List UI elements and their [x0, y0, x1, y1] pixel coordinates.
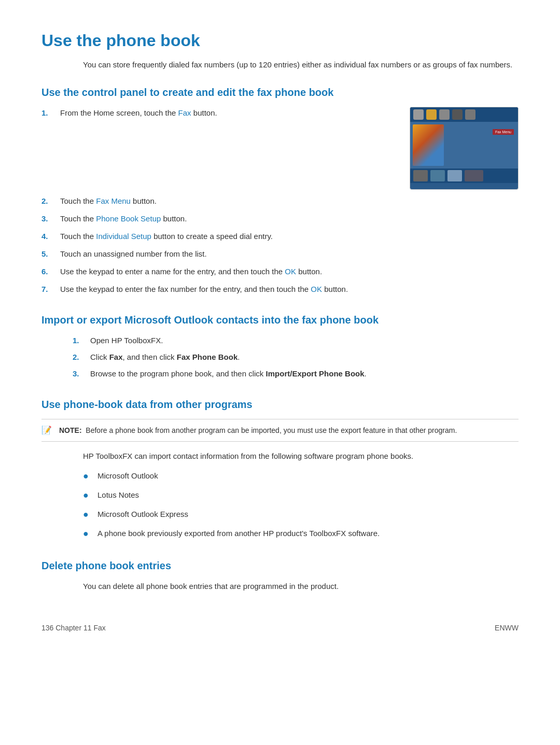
import-step-2-number: 2. — [73, 351, 87, 363]
other-programs-intro: HP ToolboxFX can import contact informat… — [83, 450, 519, 462]
software-list: ● Microsoft Outlook ● Lotus Notes ● Micr… — [83, 470, 519, 541]
step-4-content: Touch the Individual Setup button to cre… — [60, 230, 519, 243]
fax-menu-link: Fax Menu — [96, 196, 131, 205]
footer-chapter: 136 Chapter 11 Fax — [41, 624, 106, 632]
step-4: 4. Touch the Individual Setup button to … — [41, 230, 519, 243]
fax-link: Fax — [178, 108, 191, 117]
step-3-content: Touch the Phone Book Setup button. — [60, 213, 519, 225]
bullet-1-text: Microsoft Outlook — [97, 470, 158, 482]
arrow-bottom-icon — [447, 170, 462, 181]
note-box: 📝 NOTE: Before a phone book from another… — [41, 419, 519, 442]
phone-bottom-icon — [430, 170, 445, 181]
control-panel-steps: 1. From the Home screen, touch the Fax b… — [41, 107, 399, 119]
step-1-with-image: 1. From the Home screen, touch the Fax b… — [41, 107, 519, 190]
section-import-export: Import or export Microsoft Outlook conta… — [41, 314, 519, 380]
bullet-3-text: Microsoft Outlook Express — [97, 508, 188, 521]
note-content: NOTE: Before a phone book from another p… — [59, 425, 457, 436]
bullet-dot-4: ● — [83, 526, 93, 541]
bullet-3: ● Microsoft Outlook Express — [83, 508, 519, 522]
section-heading-delete-entries: Delete phone book entries — [41, 560, 519, 572]
photos-icon — [426, 109, 437, 120]
section-heading-other-programs: Use phone-book data from other programs — [41, 399, 519, 411]
import-step-2-content: Click Fax, and then click Fax Phone Book… — [90, 351, 240, 363]
device-screen: Fax Menu — [410, 107, 518, 189]
step-2-number: 2. — [41, 195, 56, 207]
page-title: Use the phone book — [41, 31, 519, 50]
bullet-2: ● Lotus Notes — [83, 489, 519, 503]
step-7-content: Use the keypad to enter the fax number f… — [60, 283, 519, 296]
step-7: 7. Use the keypad to enter the fax numbe… — [41, 283, 519, 296]
delete-entries-content: You can delete all phone book entries th… — [83, 580, 519, 593]
step-1-content: From the Home screen, touch the Fax butt… — [60, 107, 399, 119]
ok-link-1: OK — [285, 267, 296, 276]
step-2-content: Touch the Fax Menu button. — [60, 195, 519, 207]
step-7-number: 7. — [41, 283, 56, 296]
screen-label: Fax Menu — [493, 129, 514, 135]
bullet-dot-3: ● — [83, 507, 93, 522]
step-6: 6. Use the keypad to enter a name for th… — [41, 265, 519, 278]
import-export-bold: Import/Export Phone Book — [266, 369, 365, 378]
step-1: 1. From the Home screen, touch the Fax b… — [41, 107, 399, 119]
fax-bottom-icon — [413, 170, 428, 181]
step-3-number: 3. — [41, 213, 56, 225]
section-heading-control-panel: Use the control panel to create and edit… — [41, 87, 519, 99]
screen-top-bar — [410, 107, 518, 122]
step-5-content: Touch an unassigned number from the list… — [60, 248, 519, 260]
import-export-steps: 1. Open HP ToolboxFX. 2. Click Fax, and … — [73, 334, 519, 380]
section-delete-entries: Delete phone book entries You can delete… — [41, 560, 519, 593]
fax-bold: Fax — [109, 353, 123, 361]
phone-book-setup-link: Phone Book Setup — [96, 214, 161, 223]
section-other-programs: Use phone-book data from other programs … — [41, 399, 519, 541]
small-bottom-icon — [465, 170, 483, 181]
import-step-1: 1. Open HP ToolboxFX. — [73, 334, 519, 347]
bullet-2-text: Lotus Notes — [97, 489, 139, 501]
grid-icon — [465, 109, 475, 120]
step-3: 3. Touch the Phone Book Setup button. — [41, 213, 519, 225]
fax-phone-book-bold: Fax Phone Book — [177, 353, 238, 361]
section-control-panel: Use the control panel to create and edit… — [41, 87, 519, 296]
screen-bottom-bar — [410, 168, 518, 183]
thumb-inner — [413, 124, 444, 166]
device-screenshot: Fax Menu — [410, 107, 519, 190]
note-icon: 📝 — [41, 425, 54, 435]
individual-setup-link: Individual Setup — [96, 232, 151, 241]
search-icon — [413, 109, 424, 120]
steps-text-column: 1. From the Home screen, touch the Fax b… — [41, 107, 399, 124]
bullet-dot-2: ● — [83, 488, 93, 503]
import-step-3: 3. Browse to the program phone book, and… — [73, 368, 519, 380]
bullet-1: ● Microsoft Outlook — [83, 470, 519, 484]
bullet-dot-1: ● — [83, 469, 93, 484]
import-step-1-content: Open HP ToolboxFX. — [90, 334, 163, 347]
import-step-3-number: 3. — [73, 368, 87, 380]
screen-main-area: Fax Menu — [410, 122, 518, 168]
bullet-4: ● A phone book previously exported from … — [83, 527, 519, 541]
other-programs-content: HP ToolboxFX can import contact informat… — [83, 450, 519, 541]
delete-entries-text: You can delete all phone book entries th… — [83, 580, 519, 593]
note-label: NOTE: — [59, 426, 82, 434]
bullet-4-text: A phone book previously exported from an… — [97, 527, 380, 540]
footer-locale: ENWW — [495, 624, 519, 632]
screen-thumbnail — [413, 124, 444, 166]
import-step-3-content: Browse to the program phone book, and th… — [90, 368, 367, 380]
control-panel-steps-2: 2. Touch the Fax Menu button. 3. Touch t… — [41, 195, 519, 296]
step-6-content: Use the keypad to enter a name for the e… — [60, 265, 519, 278]
info-icon — [452, 109, 463, 120]
ok-link-2: OK — [311, 285, 322, 293]
apps-icon — [439, 109, 450, 120]
step-2: 2. Touch the Fax Menu button. — [41, 195, 519, 207]
step-5-number: 5. — [41, 248, 56, 260]
section-heading-import-export: Import or export Microsoft Outlook conta… — [41, 314, 519, 326]
step-6-number: 6. — [41, 265, 56, 278]
page-footer: 136 Chapter 11 Fax ENWW — [41, 624, 519, 632]
step-5: 5. Touch an unassigned number from the l… — [41, 248, 519, 260]
step-4-number: 4. — [41, 230, 56, 243]
intro-paragraph: You can store frequently dialed fax numb… — [83, 59, 519, 71]
import-step-1-number: 1. — [73, 334, 87, 347]
import-step-2: 2. Click Fax, and then click Fax Phone B… — [73, 351, 519, 363]
step-1-number: 1. — [41, 107, 56, 119]
